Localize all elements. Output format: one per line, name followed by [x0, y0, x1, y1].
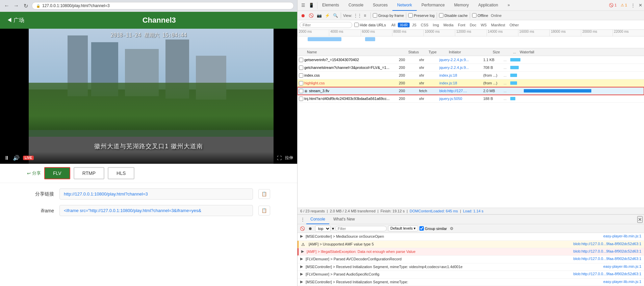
load-time-link[interactable]: Load: 1.14 s [463, 209, 484, 213]
console-tab-whats-new[interactable]: What's New [329, 215, 359, 224]
console-tab-console[interactable]: Console [306, 215, 329, 224]
message-source-link[interactable]: blob:http://127.0.0...9faa-8f902dc52d63:… [573, 242, 641, 246]
row-initiator[interactable]: index.js:18 [439, 81, 483, 85]
row-checkbox[interactable] [298, 58, 304, 62]
row-checkbox[interactable] [298, 89, 304, 93]
tab-memory[interactable]: Memory [449, 0, 473, 11]
view-list-button[interactable]: ≡ [362, 12, 368, 19]
row-checkbox[interactable] [298, 97, 304, 101]
row-initiator[interactable]: index.js:18 [439, 73, 483, 77]
device-toggle-button[interactable]: 📱 [308, 2, 315, 9]
share-link-input[interactable]: http://127.0.0.1:10800/play.html?channel… [59, 188, 253, 200]
fullscreen-button[interactable]: ⛶ [277, 155, 282, 161]
clear-button[interactable]: 🚫 [308, 12, 314, 19]
row-initiator[interactable]: jquery-2.2.4.js:9... [439, 58, 483, 62]
tab-rtmp[interactable]: RTMP [74, 167, 104, 179]
filter-input[interactable] [300, 22, 352, 28]
address-bar[interactable]: 🔒 127.0.0.1:10800/play.html?channel=3 [32, 2, 294, 9]
table-row[interactable]: index.css 200 xhr index.js:18 (from ...)… [298, 72, 644, 79]
message-source-link[interactable]: blob:http://127.0.0...9faa-8f902dc52d63:… [573, 257, 641, 261]
initiator-column-header[interactable]: Initiator [446, 49, 490, 55]
expand-icon[interactable]: ▶ [300, 264, 303, 269]
tab-hls[interactable]: HLS [108, 167, 134, 179]
context-select[interactable]: top [315, 226, 331, 232]
expand-icon[interactable]: ▶ [300, 234, 303, 238]
filter-js[interactable]: JS [410, 23, 418, 27]
preserve-log-label[interactable]: Preserve log [408, 13, 435, 18]
table-row[interactable]: getchannelstream?channel=3&protocol=FLV&… [298, 64, 644, 72]
expand-icon[interactable]: ▶ [300, 257, 303, 261]
forward-button[interactable]: → [13, 2, 20, 9]
row-checkbox[interactable] [298, 73, 304, 78]
message-source-link[interactable]: easy-player-lib.min.js:1 [603, 280, 641, 284]
back-to-lobby-button[interactable]: ◀ 广场 [7, 17, 24, 24]
copy-iframe-button[interactable]: 📋 [258, 206, 270, 215]
table-row[interactable]: getserverinfo?_=1543043070402 200 xhr jq… [298, 56, 644, 64]
inspect-element-button[interactable]: ☰ [300, 2, 307, 9]
table-row[interactable]: tnj.html?a=d40df9c4c243403c93bdaa5a561a6… [298, 95, 644, 103]
console-settings-button[interactable]: ⚙ [448, 225, 455, 232]
table-row[interactable]: highlight.css 200 xhr index.js:18 (from … [298, 79, 644, 87]
refresh-button[interactable]: ↻ [22, 2, 29, 9]
volume-button[interactable]: 🔊 [13, 155, 20, 161]
table-row[interactable]: ◉ stream_3.flv 200 fetch blob:http://127… [298, 87, 644, 95]
disable-cache-checkbox[interactable] [439, 13, 443, 18]
type-column-header[interactable]: Type [426, 49, 446, 55]
play-pause-button[interactable]: ⏸ [4, 155, 9, 161]
camera-button[interactable]: 📷 [316, 12, 323, 19]
status-column-header[interactable]: Status [406, 49, 426, 55]
row-checkbox[interactable] [298, 81, 304, 85]
message-source-link[interactable]: blob:http://127.0.0...9faa-8f902dc52d63:… [573, 249, 641, 253]
filter-xhr[interactable]: XHR [398, 23, 410, 27]
group-by-frame-label[interactable]: Group by frame [373, 13, 404, 18]
offline-checkbox[interactable] [472, 13, 476, 18]
expand-icon[interactable]: ▶ [300, 272, 303, 276]
default-levels-dropdown[interactable]: Default levels ▾ [388, 226, 418, 231]
search-network-button[interactable]: 🔍 [332, 12, 339, 19]
tab-performance[interactable]: Performance [417, 0, 449, 11]
console-record-button[interactable]: ⏺ [307, 225, 314, 232]
preserve-log-checkbox[interactable] [408, 13, 413, 18]
message-source-link[interactable]: blob:http://127.0.0...9faa-8f902dc52d63:… [573, 272, 641, 276]
share-button[interactable]: ↩ 分享 [27, 170, 41, 176]
tab-console[interactable]: Console [344, 0, 368, 11]
expand-icon[interactable]: ▶ [301, 249, 304, 254]
tab-flv[interactable]: FLV [44, 167, 70, 179]
row-checkbox[interactable] [298, 66, 304, 70]
expand-icon[interactable]: ▶ [300, 280, 303, 284]
iframe-input[interactable]: <iframe src="http://127.0.0.1:10800/play… [59, 205, 253, 216]
copy-link-button[interactable]: 📋 [258, 189, 270, 199]
group-by-frame-checkbox[interactable] [373, 13, 377, 18]
tab-elements[interactable]: Elements [317, 0, 344, 11]
filter-img[interactable]: Img [431, 23, 441, 27]
stretch-button[interactable]: 拉伸 [285, 155, 293, 161]
filter-other[interactable]: Other [508, 23, 521, 27]
filter-font[interactable]: Font [456, 23, 467, 27]
message-source-link[interactable]: easy-player-lib.min.js:1 [603, 234, 641, 238]
record-button[interactable]: ⏺ [300, 12, 306, 19]
row-initiator[interactable]: jquery.js:5050 [439, 97, 483, 101]
filter-css[interactable]: CSS [419, 23, 431, 27]
message-source-link[interactable]: easy-player-lib.min.js:1 [603, 264, 641, 268]
filter-doc[interactable]: Doc [468, 23, 479, 27]
view-waterfall-button[interactable]: ⋮⋮ [354, 12, 361, 19]
console-menu-button[interactable]: ⋮ [299, 216, 306, 223]
group-similar-checkbox[interactable] [419, 226, 424, 231]
offline-label[interactable]: Offline [472, 13, 488, 18]
row-initiator[interactable]: blob:http://127.... [439, 89, 483, 93]
back-button[interactable]: ← [3, 2, 10, 9]
group-similar-label[interactable]: Group similar [419, 226, 447, 231]
filter-ws[interactable]: WS [479, 23, 489, 27]
disable-cache-label[interactable]: Disable cache [439, 13, 468, 18]
name-column-header[interactable]: Name [304, 49, 406, 55]
filter-media[interactable]: Media [441, 23, 456, 27]
row-initiator[interactable]: jquery-2.2.4.js:9... [439, 66, 483, 70]
console-filter-input[interactable] [335, 226, 387, 231]
filter-manifest[interactable]: Manifest [489, 23, 507, 27]
dom-content-loaded-link[interactable]: DOMContentLoaded: 645 ms [410, 209, 458, 213]
console-close-button[interactable]: ✕ [637, 216, 643, 223]
console-clear-button[interactable]: 🚫 [299, 225, 306, 232]
tab-network[interactable]: Network [392, 0, 417, 11]
hide-urls-checkbox[interactable] [354, 23, 359, 27]
tab-application[interactable]: Application [473, 0, 503, 11]
